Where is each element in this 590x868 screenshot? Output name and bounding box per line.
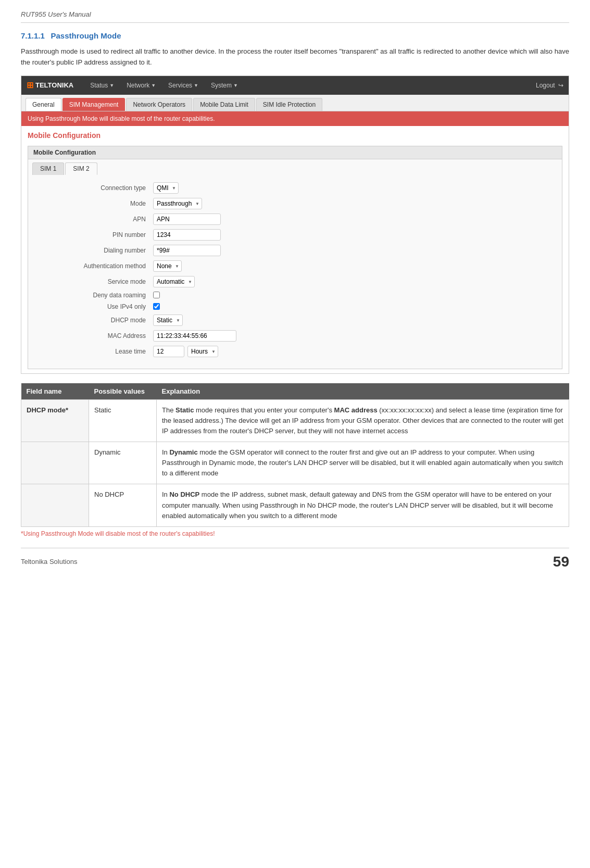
warning-note: *Using Passthrough Mode will disable mos…	[21, 530, 569, 537]
logo-text: TELTONIKA	[35, 81, 73, 89]
table-cell-field-1: DHCP mode*	[21, 399, 89, 442]
table-header-field: Field name	[21, 383, 89, 400]
bold-static: Static	[175, 406, 194, 414]
table-row: Dynamic In Dynamic mode the GSM operator…	[21, 442, 569, 484]
form-row-deny-roaming: Deny data roaming	[49, 292, 541, 299]
label-deny-roaming: Deny data roaming	[49, 292, 153, 299]
nav-label-status: Status	[90, 82, 108, 89]
form-row-ipv4: Use IPv4 only	[49, 303, 541, 310]
sub-tab-network-operators[interactable]: Network Operators	[126, 98, 192, 111]
form-area: Connection type QMI Mode Passthrough	[28, 175, 562, 369]
alert-bar: Using Passthrough Mode will disable most…	[21, 111, 569, 126]
footer-company: Teltonika Solutions	[21, 558, 77, 565]
table-cell-explanation-2: In Dynamic mode the GSM operator will co…	[157, 442, 569, 484]
table-cell-explanation-1: The Static mode requires that you enter …	[157, 399, 569, 442]
input-apn[interactable]	[153, 213, 221, 225]
nav-item-services[interactable]: Services ▼	[162, 78, 205, 93]
checkbox-deny-roaming[interactable]	[153, 292, 160, 298]
form-row-mac: MAC Address	[49, 330, 541, 342]
sub-nav: General SIM Management Network Operators…	[21, 95, 569, 111]
footer-page-number: 59	[553, 553, 569, 570]
nav-arrow-status: ▼	[109, 83, 114, 88]
label-pin: PIN number	[49, 231, 153, 238]
bold-no-dhcp: No DHCP	[169, 490, 199, 498]
table-cell-field-2	[21, 442, 89, 484]
nav-label-system: System	[211, 82, 232, 89]
table-row: No DHCP In No DHCP mode the IP address, …	[21, 484, 569, 526]
label-mode: Mode	[49, 200, 153, 207]
config-box-header: Mobile Configuration	[28, 146, 562, 159]
table-cell-possible-1: Static	[89, 399, 157, 442]
nav-item-status[interactable]: Status ▼	[84, 78, 120, 93]
nav-label-network: Network	[127, 82, 149, 89]
input-dialing[interactable]	[153, 245, 221, 256]
sub-tab-general[interactable]: General	[26, 98, 61, 111]
form-row-auth: Authentication method None	[49, 260, 541, 272]
nav-item-network[interactable]: Network ▼	[120, 78, 162, 93]
label-apn: APN	[49, 216, 153, 223]
form-row-service-mode: Service mode Automatic	[49, 276, 541, 287]
nav-arrow-services: ▼	[194, 83, 198, 88]
nav-item-system[interactable]: System ▼	[205, 78, 244, 93]
checkbox-area-deny-roaming	[153, 292, 160, 298]
table-header-possible: Possible values	[89, 383, 157, 400]
label-dialing: Dialing number	[49, 247, 153, 254]
input-pin[interactable]	[153, 229, 221, 241]
section-number: 7.1.1.1	[21, 31, 45, 40]
select-wrapper-service-mode: Automatic	[153, 276, 195, 287]
sim-tabs: SIM 1 SIM 2	[28, 159, 562, 175]
select-auth[interactable]: None	[153, 260, 182, 272]
nav-arrow-system: ▼	[233, 83, 238, 88]
form-row-pin: PIN number	[49, 229, 541, 241]
input-mac[interactable]	[153, 330, 236, 342]
logout-icon: ↪	[558, 82, 563, 89]
nav-items: Status ▼ Network ▼ Services ▼ System ▼	[84, 78, 244, 93]
form-row-dialing: Dialing number	[49, 245, 541, 256]
manual-title: RUT955 User's Manual	[21, 10, 91, 18]
select-wrapper-lease-unit: Hours	[187, 346, 218, 357]
input-lease[interactable]	[153, 346, 184, 357]
select-mode[interactable]: Passthrough	[153, 198, 202, 209]
label-service-mode: Service mode	[49, 278, 153, 285]
table-cell-field-3	[21, 484, 89, 526]
select-dhcp-mode[interactable]: Static	[153, 315, 183, 326]
page-footer: Teltonika Solutions 59	[21, 548, 569, 570]
alert-message: Using Passthrough Mode will disable most…	[28, 115, 215, 122]
table-row: DHCP mode* Static The Static mode requir…	[21, 399, 569, 442]
select-connection-type[interactable]: QMI	[153, 182, 179, 194]
form-row-apn: APN	[49, 213, 541, 225]
label-auth: Authentication method	[49, 262, 153, 270]
nav-label-services: Services	[168, 82, 192, 89]
router-ui: ⊞ TELTONIKA Status ▼ Network ▼ Services …	[21, 76, 569, 374]
table-header-explanation: Explanation	[157, 383, 569, 400]
table-cell-possible-3: No DHCP	[89, 484, 157, 526]
section-title: Passthrough Mode	[51, 31, 121, 40]
label-connection-type: Connection type	[49, 184, 153, 192]
sim-tab-1[interactable]: SIM 1	[32, 162, 64, 175]
section-intro: Passthrough mode is used to redirect all…	[21, 46, 569, 68]
select-lease-unit[interactable]: Hours	[187, 346, 218, 357]
sub-tab-sim-idle-protection[interactable]: SIM Idle Protection	[256, 98, 322, 111]
form-row-lease: Lease time Hours	[49, 346, 541, 357]
logo-icon: ⊞	[27, 80, 33, 90]
label-ipv4: Use IPv4 only	[49, 303, 153, 310]
checkbox-ipv4[interactable]	[153, 303, 160, 310]
table-cell-possible-2: Dynamic	[89, 442, 157, 484]
page-header: RUT955 User's Manual	[21, 10, 569, 23]
sub-tab-mobile-data-limit[interactable]: Mobile Data Limit	[193, 98, 255, 111]
sim-tab-2[interactable]: SIM 2	[65, 162, 97, 175]
router-section-title: Mobile Configuration	[21, 126, 569, 142]
form-row-mode: Mode Passthrough	[49, 198, 541, 209]
label-lease: Lease time	[49, 348, 153, 355]
sub-tab-sim-management[interactable]: SIM Management	[62, 98, 125, 111]
config-box: Mobile Configuration SIM 1 SIM 2 Connect…	[28, 146, 562, 369]
checkbox-area-ipv4	[153, 303, 160, 310]
form-row-dhcp-mode: DHCP mode Static	[49, 315, 541, 326]
select-wrapper-dhcp-mode: Static	[153, 315, 183, 326]
logout-label: Logout	[536, 82, 555, 89]
select-service-mode[interactable]: Automatic	[153, 276, 195, 287]
form-row-connection-type: Connection type QMI	[49, 182, 541, 194]
nav-arrow-network: ▼	[151, 83, 156, 88]
nav-logout[interactable]: Logout ↪	[536, 82, 563, 89]
label-dhcp-mode: DHCP mode	[49, 317, 153, 324]
